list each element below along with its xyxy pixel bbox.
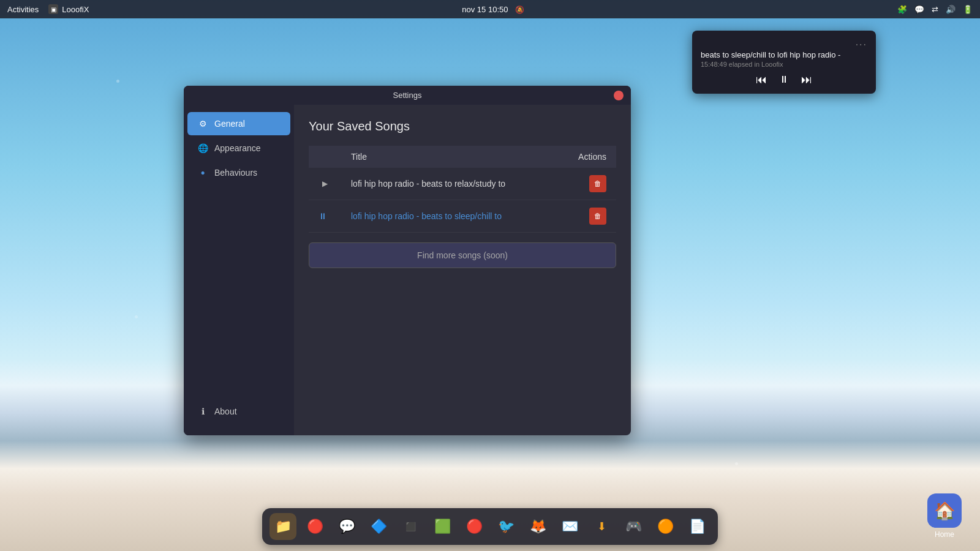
song2-play-cell: ⏸ [309, 200, 341, 233]
sidebar-general-label: General [214, 119, 245, 129]
section-title: Your Saved Songs [309, 119, 616, 133]
dock-item-app6[interactable]: 🟩 [429, 513, 456, 540]
songs-table: Title Actions ▶ lofi hip hop radio - bea… [309, 146, 616, 233]
pause-button[interactable]: ⏸ [779, 75, 789, 84]
dialog-sidebar: ⚙ General 🌐 Appearance ● Behaviours ℹ Ab… [184, 105, 294, 435]
behaviours-icon: ● [197, 167, 208, 178]
table-row: ▶ lofi hip hop radio - beats to relax/st… [309, 168, 616, 200]
sidebar-behaviours-label: Behaviours [214, 168, 257, 178]
song1-actions-cell: 🗑 [557, 168, 616, 200]
dock-item-vivaldi[interactable]: 🔴 [301, 513, 328, 540]
dock-item-mail[interactable]: ✉️ [556, 513, 583, 540]
mini-player: ... beats to sleep/chill to lofi hip hop… [692, 31, 876, 94]
dock-item-files[interactable]: 📁 [270, 513, 296, 540]
home-widget[interactable]: 🏠 Home [927, 493, 962, 539]
dock-item-terminal[interactable]: ⬛ [397, 513, 424, 540]
datetime-label: nov 15 10:50 [462, 5, 508, 14]
mini-player-controls: ⏮ ⏸ ⏭ [701, 74, 867, 85]
dock-item-app12[interactable]: 🟠 [652, 513, 679, 540]
home-icon: 🏠 [927, 493, 962, 528]
battery-icon: 🔋 [963, 5, 973, 14]
next-track-button[interactable]: ⏭ [801, 74, 812, 85]
volume-icon: 🔊 [946, 5, 956, 14]
find-more-songs-button[interactable]: Find more songs (soon) [309, 242, 616, 268]
sidebar-nav: ⚙ General 🌐 Appearance ● Behaviours [184, 112, 294, 184]
song2-pause-indicator: ⏸ [318, 211, 327, 221]
mini-player-elapsed: 15:48:49 elapsed in Looofix [701, 61, 867, 68]
sidebar-item-appearance[interactable]: 🌐 Appearance [187, 137, 290, 160]
sidebar-item-behaviours[interactable]: ● Behaviours [187, 161, 290, 184]
app-icon: ▣ [48, 4, 58, 14]
appearance-icon: 🌐 [197, 143, 208, 154]
extension-icon: 🧩 [897, 5, 907, 14]
dock-item-app7[interactable]: 🔴 [461, 513, 488, 540]
col-title-header: Title [341, 146, 557, 168]
dock-item-app8[interactable]: 🐦 [492, 513, 519, 540]
sync-icon: ⇄ [932, 5, 938, 14]
sidebar-appearance-label: Appearance [214, 143, 261, 153]
settings-dialog: Settings ⚙ General 🌐 Appearance ● Behavi… [184, 86, 631, 435]
dock-item-steam[interactable]: 🎮 [620, 513, 647, 540]
dialog-body: ⚙ General 🌐 Appearance ● Behaviours ℹ Ab… [184, 105, 631, 435]
info-icon: ℹ [197, 406, 208, 417]
app-indicator: ▣ LooofiX [48, 4, 89, 14]
notification-bell-icon: 🔕 [515, 6, 524, 14]
dialog-main: Your Saved Songs Title Actions ▶ [294, 105, 631, 435]
home-label: Home [935, 530, 954, 539]
sidebar-item-about[interactable]: ℹ About [187, 400, 290, 423]
song1-title: lofi hip hop radio - beats to relax/stud… [351, 179, 505, 189]
dock-item-download[interactable]: ⬇ [588, 513, 615, 540]
col-play-header [309, 146, 341, 168]
table-header-row: Title Actions [309, 146, 616, 168]
activities-button[interactable]: Activities [7, 5, 39, 14]
dialog-close-button[interactable] [614, 91, 624, 100]
dock-item-discord[interactable]: 💬 [333, 513, 360, 540]
song1-title-cell: lofi hip hop radio - beats to relax/stud… [341, 168, 557, 200]
gear-icon: ⚙ [197, 118, 208, 129]
dock-item-vscode[interactable]: 🔷 [365, 513, 392, 540]
mini-player-menu-button[interactable]: ... [701, 37, 867, 48]
dock-item-app9[interactable]: 🦊 [524, 513, 551, 540]
dialog-title: Settings [393, 91, 422, 100]
table-row: ⏸ lofi hip hop radio - beats to sleep/ch… [309, 200, 616, 233]
sidebar-bottom: ℹ About [184, 400, 294, 428]
prev-track-button[interactable]: ⏮ [756, 74, 767, 85]
song2-actions-cell: 🗑 [557, 200, 616, 233]
song2-delete-button[interactable]: 🗑 [589, 208, 606, 225]
sidebar-item-general[interactable]: ⚙ General [187, 112, 290, 135]
col-actions-header: Actions [557, 146, 616, 168]
song2-title: lofi hip hop radio - beats to sleep/chil… [351, 211, 502, 221]
song1-play-cell: ▶ [309, 168, 341, 200]
song1-play-button[interactable]: ▶ [318, 177, 331, 190]
top-bar: Activities ▣ LooofiX nov 15 10:50 🔕 🧩 💬 … [0, 0, 980, 18]
app-name-label: LooofiX [62, 5, 89, 14]
song1-delete-button[interactable]: 🗑 [589, 175, 606, 192]
discord-tray-icon: 💬 [914, 5, 924, 14]
song2-title-cell: lofi hip hop radio - beats to sleep/chil… [341, 200, 557, 233]
taskbar: 📁 🔴 💬 🔷 ⬛ 🟩 🔴 🐦 🦊 ✉️ ⬇ 🎮 🟠 📄 [262, 508, 718, 545]
sidebar-about-label: About [214, 407, 237, 416]
mini-player-title: beats to sleep/chill to lofi hip hop rad… [701, 50, 867, 59]
dock-item-docs[interactable]: 📄 [684, 513, 710, 540]
dialog-titlebar: Settings [184, 86, 631, 105]
